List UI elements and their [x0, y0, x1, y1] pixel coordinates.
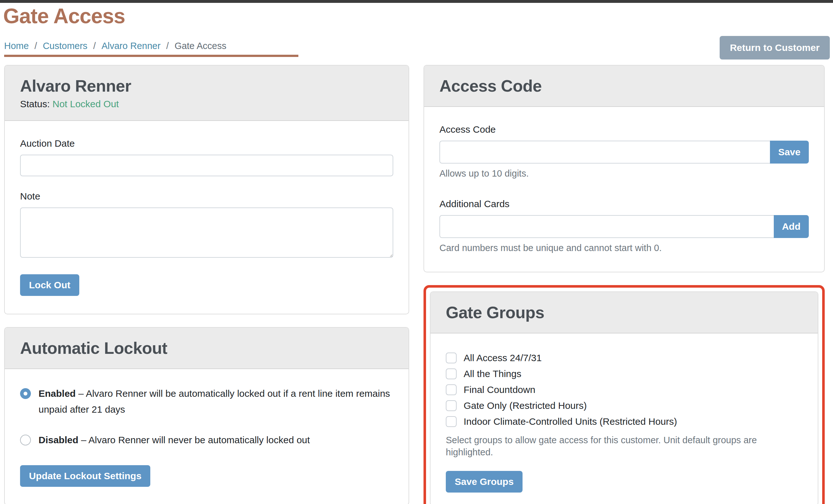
checkbox-icon[interactable]: [446, 416, 457, 427]
gate-group-row[interactable]: All Access 24/7/31: [446, 350, 803, 366]
radio-enabled-icon[interactable]: [20, 388, 31, 399]
breadcrumb-current-page: Gate Access: [174, 41, 227, 51]
lockout-option-enabled[interactable]: Enabled – Alvaro Renner will be automati…: [20, 386, 393, 418]
access-code-input[interactable]: [439, 141, 770, 163]
checkbox-icon[interactable]: [446, 369, 457, 379]
gate-groups-body: All Access 24/7/31 All the Things Final …: [430, 333, 818, 504]
automatic-lockout-body: Enabled – Alvaro Renner will be automati…: [5, 369, 408, 504]
update-lockout-settings-button[interactable]: Update Lockout Settings: [20, 465, 150, 487]
page-title: Gate Access: [3, 4, 125, 28]
right-column: Access Code Access Code Save Allows up t…: [424, 65, 825, 504]
gate-group-label: Final Countdown: [463, 384, 535, 395]
auction-date-label: Auction Date: [20, 137, 393, 150]
access-code-label: Access Code: [439, 123, 809, 135]
breadcrumb-separator: /: [93, 41, 96, 51]
lockout-option-disabled[interactable]: Disabled – Alvaro Renner will never be a…: [20, 432, 393, 448]
lock-out-button[interactable]: Lock Out: [20, 274, 79, 296]
gate-group-row[interactable]: Final Countdown: [446, 382, 803, 398]
breadcrumb-separator: /: [166, 41, 169, 51]
status-label: Status:: [20, 99, 50, 109]
note-textarea[interactable]: [20, 207, 393, 258]
automatic-lockout-card: Automatic Lockout Enabled – Alvaro Renne…: [4, 327, 409, 504]
note-label: Note: [20, 190, 393, 202]
access-code-body: Access Code Save Allows up to 10 digits.…: [424, 107, 824, 272]
breadcrumb: Home / Customers / Alvaro Renner / Gate …: [4, 41, 227, 51]
checkbox-icon[interactable]: [446, 353, 457, 363]
gate-groups-card: Gate Groups All Access 24/7/31 All the T…: [430, 292, 818, 504]
auction-date-input[interactable]: [20, 155, 393, 176]
customer-card-body: Auction Date Note Lock Out: [5, 121, 408, 314]
lockout-disabled-text: Disabled – Alvaro Renner will never be a…: [39, 432, 310, 448]
save-groups-button[interactable]: Save Groups: [446, 471, 523, 493]
gate-group-label: All Access 24/7/31: [463, 353, 542, 363]
add-card-button[interactable]: Add: [774, 215, 809, 238]
automatic-lockout-header: Automatic Lockout: [5, 328, 408, 369]
access-code-header: Access Code: [424, 66, 824, 107]
access-code-card: Access Code Access Code Save Allows up t…: [424, 65, 825, 272]
enabled-label: Enabled: [39, 388, 76, 399]
status-value: Not Locked Out: [52, 99, 119, 109]
customer-status-line: Status: Not Locked Out: [20, 99, 393, 109]
gate-group-row[interactable]: Indoor Climate-Controlled Units (Restric…: [446, 413, 803, 430]
customer-card: Alvaro Renner Status: Not Locked Out Auc…: [4, 65, 409, 314]
gate-groups-title: Gate Groups: [446, 303, 803, 322]
automatic-lockout-title: Automatic Lockout: [20, 338, 393, 358]
breadcrumb-separator: /: [34, 41, 37, 51]
disabled-description: Alvaro Renner will never be automaticall…: [89, 435, 310, 445]
gate-group-label: Indoor Climate-Controlled Units (Restric…: [463, 416, 677, 427]
radio-disabled-icon[interactable]: [20, 435, 31, 446]
dash: –: [81, 435, 86, 445]
additional-cards-input[interactable]: [439, 215, 774, 238]
left-column: Alvaro Renner Status: Not Locked Out Auc…: [4, 65, 409, 504]
gate-access-page: Gate Access Home / Customers / Alvaro Re…: [0, 0, 833, 504]
gate-groups-header: Gate Groups: [430, 292, 818, 333]
access-code-title: Access Code: [439, 76, 809, 96]
save-access-code-button[interactable]: Save: [770, 141, 809, 163]
access-code-input-group: Save: [439, 141, 809, 163]
gate-groups-highlight-outline: Gate Groups All Access 24/7/31 All the T…: [424, 285, 825, 504]
checkbox-icon[interactable]: [446, 400, 457, 411]
gate-group-label: Gate Only (Restricted Hours): [463, 400, 587, 411]
customer-card-header: Alvaro Renner Status: Not Locked Out: [5, 66, 408, 121]
gate-groups-help: Select groups to allow gate access for t…: [446, 434, 803, 458]
lockout-enabled-text: Enabled – Alvaro Renner will be automati…: [39, 386, 393, 418]
breadcrumb-customer-name[interactable]: Alvaro Renner: [101, 41, 161, 51]
customer-name-heading: Alvaro Renner: [20, 76, 393, 96]
gate-group-label: All the Things: [463, 369, 521, 379]
additional-cards-help: Card numbers must be unique and cannot s…: [439, 242, 809, 254]
gate-group-row[interactable]: Gate Only (Restricted Hours): [446, 398, 803, 413]
top-window-bar: [0, 0, 833, 3]
breadcrumb-customers[interactable]: Customers: [43, 41, 87, 51]
additional-cards-input-group: Add: [439, 215, 809, 238]
enabled-description: Alvaro Renner will be automatically lock…: [39, 388, 390, 414]
access-code-help: Allows up to 10 digits.: [439, 167, 809, 179]
dash: –: [78, 388, 84, 399]
additional-cards-label: Additional Cards: [439, 198, 809, 210]
gate-group-row[interactable]: All the Things: [446, 366, 803, 382]
checkbox-icon[interactable]: [446, 384, 457, 395]
disabled-label: Disabled: [39, 435, 78, 445]
breadcrumb-home[interactable]: Home: [4, 41, 29, 51]
return-to-customer-button[interactable]: Return to Customer: [720, 36, 830, 59]
breadcrumb-underline: [4, 55, 299, 57]
